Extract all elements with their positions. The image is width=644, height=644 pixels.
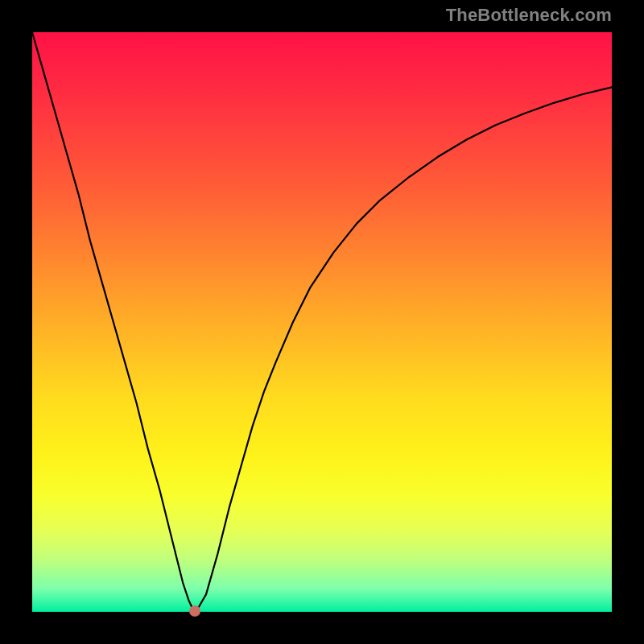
watermark-text: TheBottleneck.com — [446, 5, 612, 26]
curve-svg — [32, 32, 612, 612]
minimum-marker — [189, 605, 200, 617]
bottleneck-curve — [32, 32, 612, 609]
chart-container: TheBottleneck.com — [0, 0, 644, 644]
plot-area — [32, 32, 612, 612]
